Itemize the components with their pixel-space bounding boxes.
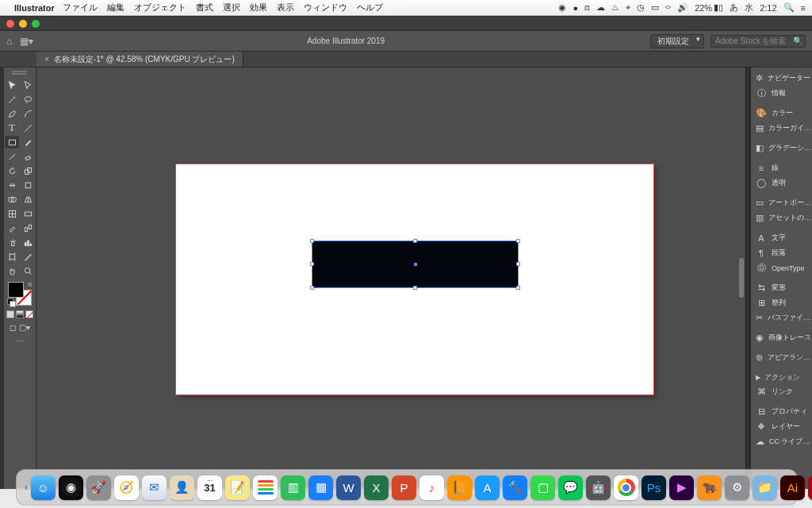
gradient-tool[interactable] — [21, 207, 35, 220]
home-icon[interactable]: ⌂ — [6, 36, 12, 47]
zoom-tool[interactable] — [21, 264, 35, 277]
panel-color-guide[interactable]: ▤カラーガイ… — [753, 121, 810, 136]
perspective-tool[interactable] — [21, 193, 35, 206]
line-tool[interactable] — [21, 121, 35, 134]
dock-sysprefs[interactable]: ⚙︎ — [725, 475, 749, 500]
width-tool[interactable] — [5, 179, 19, 191]
dock-numbers[interactable]: ▥ — [281, 475, 305, 500]
panel-transform[interactable]: ⇆変形 — [753, 280, 810, 295]
close-button[interactable] — [6, 20, 14, 28]
close-tab-icon[interactable]: × — [44, 55, 49, 64]
panel-info[interactable]: ⓘ情報 — [753, 86, 810, 101]
gradient-mode[interactable] — [16, 310, 24, 318]
dock-facetime[interactable]: ▢ — [530, 475, 555, 500]
panel-character[interactable]: A文字 — [753, 230, 810, 245]
curvature-tool[interactable] — [21, 107, 35, 120]
dock-itunes[interactable]: ♪ — [419, 475, 444, 500]
shape-builder-tool[interactable] — [5, 193, 19, 206]
spotlight-icon[interactable]: 🔍 — [783, 2, 795, 13]
menu-help[interactable]: ヘルプ — [357, 2, 383, 13]
dock-appstore[interactable]: A — [475, 475, 500, 500]
dock-launchpad[interactable]: 🚀 — [86, 475, 111, 500]
zoom-button[interactable] — [32, 20, 40, 28]
swap-fill-stroke-icon[interactable]: ⤭ — [27, 281, 33, 288]
dock-calendar[interactable]: —31 — [197, 475, 222, 500]
screen-mode-icon[interactable]: ▢▾ — [19, 323, 30, 332]
draw-normal-icon[interactable]: ◻ — [10, 323, 16, 332]
menu-effect[interactable]: 効果 — [250, 2, 267, 13]
panel-color[interactable]: 🎨カラー — [753, 106, 810, 121]
minimize-button[interactable] — [19, 20, 27, 28]
dock-ibooks[interactable]: 📙 — [447, 475, 472, 500]
dock-photoshop[interactable]: Ps — [642, 475, 666, 500]
panel-transparency[interactable]: ◯透明 — [753, 175, 810, 190]
dropbox-icon[interactable]: ⧈ — [584, 2, 590, 13]
panel-paragraph[interactable]: ¶段落 — [753, 245, 810, 260]
dock-safari[interactable]: 🧭 — [114, 475, 139, 500]
battery-status[interactable]: 22% ▮▯ — [695, 2, 723, 13]
lasso-tool[interactable] — [21, 93, 35, 106]
dock-scroll-left[interactable]: ‹ — [25, 482, 28, 493]
canvas[interactable] — [36, 67, 745, 489]
panel-image-trace[interactable]: ◉画像トレース — [753, 330, 810, 345]
cloud-icon[interactable]: ☁︎ — [596, 2, 605, 13]
paintbrush-tool[interactable] — [21, 136, 35, 148]
dock-finder[interactable]: ☺ — [31, 475, 56, 500]
dock-powerpoint[interactable]: P — [392, 475, 416, 500]
display-icon[interactable]: ▭ — [651, 2, 659, 13]
shaper-tool[interactable] — [5, 150, 19, 163]
ime-icon[interactable]: あ — [730, 2, 738, 13]
app-name[interactable]: Illustrator — [14, 3, 55, 13]
panel-opentype[interactable]: ⓄOpenType — [753, 260, 810, 275]
panel-gradient[interactable]: ◧グラデーシ… — [753, 140, 810, 156]
panel-stroke[interactable]: ≡線 — [753, 160, 810, 175]
hand-tool[interactable] — [5, 264, 19, 277]
menu-file[interactable]: ファイル — [63, 2, 98, 13]
dock-illustrator[interactable]: Ai — [780, 475, 805, 500]
panel-layers[interactable]: ❖レイヤー — [753, 419, 810, 434]
menu-view[interactable]: 表示 — [277, 2, 294, 13]
dock-keynote[interactable]: ▦ — [308, 475, 333, 500]
tray-icon[interactable]: ● — [573, 3, 578, 13]
stock-search-input[interactable]: Adobe Stock を検索 🔍 — [710, 35, 806, 48]
dock-word[interactable]: W — [336, 475, 361, 500]
fill-stroke-swatch[interactable]: ⤭ — [8, 282, 32, 306]
workspace-preset-dropdown[interactable]: 初期設定 — [650, 34, 704, 48]
wifi-icon[interactable]: ⌔ — [665, 3, 671, 13]
arrange-docs-icon[interactable]: ▦▾ — [20, 36, 33, 47]
dock-app[interactable]: 🤖 — [586, 475, 611, 500]
toolbox-grab[interactable] — [12, 71, 28, 75]
dock-app[interactable]: 🐂 — [697, 475, 722, 500]
clock-time[interactable]: 2:12 — [760, 3, 776, 13]
menu-edit[interactable]: 編集 — [107, 2, 124, 13]
edit-toolbar-icon[interactable]: ⋯ — [16, 337, 24, 345]
vertical-scrollbar[interactable] — [737, 67, 745, 489]
tray-icon[interactable]: ◉ — [558, 2, 566, 13]
panel-cc-libraries[interactable]: ☁CC ライブ… — [753, 434, 810, 449]
menu-select[interactable]: 選択 — [223, 2, 240, 13]
dock-filezilla[interactable]: Fz — [808, 475, 812, 500]
dock-siri[interactable]: ◉ — [59, 475, 83, 500]
document-tab[interactable]: × 名称未設定-1* @ 42.58% (CMYK/GPU プレビュー) — [36, 52, 243, 67]
selection-tool[interactable] — [5, 79, 19, 91]
clock-icon[interactable]: ◷ — [637, 2, 645, 13]
panel-links[interactable]: ⌘リンク — [753, 384, 810, 399]
artboard-tool[interactable] — [5, 250, 19, 263]
none-mode[interactable] — [25, 310, 33, 318]
eraser-tool[interactable] — [21, 150, 35, 163]
panel-align[interactable]: ⊞整列 — [753, 295, 810, 310]
rotate-tool[interactable] — [5, 164, 19, 177]
magic-wand-tool[interactable] — [5, 93, 19, 106]
dock-chrome[interactable] — [614, 475, 638, 500]
blend-tool[interactable] — [21, 221, 35, 234]
selected-rectangle[interactable] — [312, 241, 519, 288]
notification-icon[interactable]: ≡ — [801, 3, 806, 13]
direct-selection-tool[interactable] — [21, 79, 35, 91]
dock-premiere[interactable]: ▶ — [669, 475, 694, 500]
dock-line[interactable]: 💬 — [558, 475, 583, 500]
panel-actions[interactable]: ▶アクション — [753, 370, 810, 384]
dock-app[interactable]: 🔨 — [503, 475, 527, 500]
panel-navigator[interactable]: ✲ナビゲーター — [753, 71, 810, 86]
menu-type[interactable]: 書式 — [196, 2, 213, 13]
menu-window[interactable]: ウィンドウ — [304, 2, 347, 13]
